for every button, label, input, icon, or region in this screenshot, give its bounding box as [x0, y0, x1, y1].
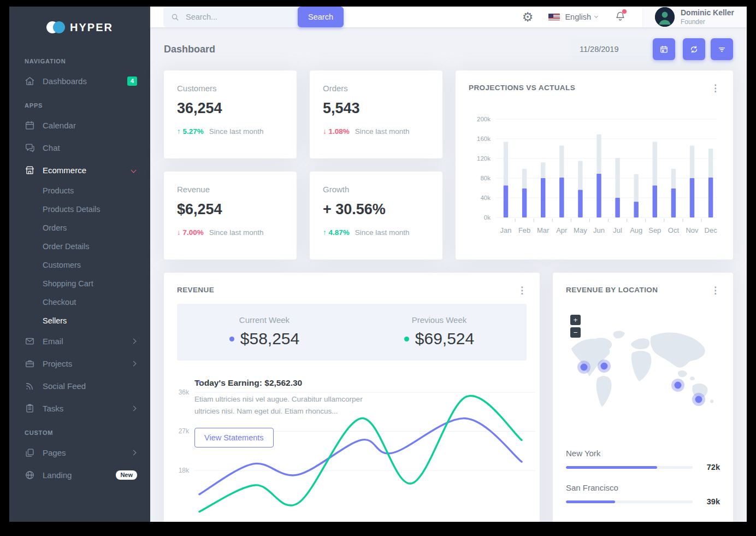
map-marker[interactable] — [581, 364, 588, 371]
page-content: Dashboard — [150, 27, 747, 522]
sidebar-item-label: Email — [43, 337, 132, 346]
card-title: REVENUE BY LOCATION — [566, 286, 720, 294]
revenue-by-location-card: REVENUE BY LOCATION + − — [553, 273, 733, 522]
todays-earning: Today's Earning: $2,562.30 — [194, 378, 375, 388]
stat-delta: 7.00% — [183, 228, 204, 237]
kebab-menu-icon[interactable] — [708, 80, 722, 96]
previous-week-value: $69,524 — [415, 329, 474, 348]
revenue-summary: Current Week $58,254 Previous Week $69,5… — [177, 304, 527, 361]
world-map-svg — [566, 301, 720, 437]
search-input[interactable] — [185, 12, 292, 22]
sidebar-item-landing[interactable]: Landing New — [9, 464, 150, 486]
kebab-menu-icon[interactable] — [708, 282, 722, 298]
stat-card-orders: Orders 5,543 ↓ 1.08%Since last month — [310, 70, 442, 158]
sidebar-subitem-order-details[interactable]: Order Details — [9, 237, 150, 256]
globe-icon — [25, 470, 35, 480]
filter-icon — [717, 45, 727, 54]
card-title: PROJECTIONS VS ACTUALS — [469, 84, 720, 92]
svg-text:Apr: Apr — [556, 226, 568, 234]
sidebar-item-email[interactable]: Email — [9, 330, 150, 352]
svg-text:36k: 36k — [179, 388, 190, 396]
notifications-bell-icon[interactable] — [615, 10, 626, 24]
stat-value: 36,254 — [177, 100, 284, 117]
stat-note: Since last month — [355, 228, 410, 237]
sidebar-item-label: Dashboards — [43, 76, 127, 86]
stat-title: Revenue — [177, 185, 284, 194]
sidebar-subitem-shopping-cart[interactable]: Shopping Cart — [9, 274, 150, 293]
sidebar-item-label: Pages — [43, 448, 132, 457]
dashboards-count-badge: 4 — [127, 76, 137, 86]
city-progress-bar — [566, 466, 693, 469]
city-name: New York — [566, 449, 720, 458]
sidebar-item-social-feed[interactable]: Social Feed — [9, 375, 150, 397]
sidebar-subitem-products[interactable]: Products — [9, 181, 150, 200]
sidebar-item-label: Projects — [43, 359, 132, 368]
date-input[interactable] — [571, 38, 654, 60]
svg-text:Mar: Mar — [537, 226, 550, 234]
user-profile-menu[interactable]: Dominic Keller Founder — [642, 7, 747, 27]
chevron-down-icon — [594, 14, 598, 18]
stat-note: Since last month — [209, 228, 264, 237]
svg-text:Jan: Jan — [500, 226, 512, 234]
sidebar-item-ecommerce[interactable]: Ecommerce — [9, 159, 150, 181]
sidebar: HYPER NAVIGATION Dashboards 4 APPS Calen… — [9, 7, 150, 522]
view-statements-button[interactable]: View Statements — [194, 428, 274, 447]
svg-text:Jul: Jul — [613, 226, 622, 234]
user-role: Founder — [681, 18, 734, 26]
sidebar-nav: NAVIGATION Dashboards 4 APPS Calendar Ch… — [9, 48, 150, 486]
city-row-new-york: New York 72k — [566, 449, 720, 472]
search-icon — [171, 13, 179, 22]
svg-text:200k: 200k — [477, 116, 491, 122]
nav-section-navigation: NAVIGATION — [9, 48, 150, 70]
sidebar-item-projects[interactable]: Projects — [9, 352, 150, 375]
calendar-button[interactable] — [653, 38, 675, 60]
svg-text:Dec: Dec — [705, 226, 718, 234]
map-zoom-in-button[interactable]: + — [570, 315, 581, 325]
svg-text:Feb: Feb — [518, 226, 530, 234]
chevron-right-icon — [131, 339, 137, 344]
sidebar-subitem-checkout[interactable]: Checkout — [9, 293, 150, 311]
app-logo[interactable]: HYPER — [9, 7, 150, 48]
stat-delta: 1.08% — [329, 127, 350, 136]
map-marker[interactable] — [601, 363, 608, 370]
map-zoom-out-button[interactable]: − — [570, 327, 581, 338]
svg-text:Nov: Nov — [686, 226, 699, 234]
sidebar-item-pages[interactable]: Pages — [9, 441, 150, 464]
sidebar-item-dashboards[interactable]: Dashboards 4 — [9, 70, 150, 92]
stat-value: + 30.56% — [323, 201, 429, 218]
stat-note: Since last month — [355, 127, 410, 136]
svg-text:80k: 80k — [480, 175, 491, 181]
settings-gear-icon[interactable]: ⚙ — [522, 11, 534, 23]
chevron-down-icon — [131, 168, 137, 173]
sidebar-subitem-customers[interactable]: Customers — [9, 256, 150, 274]
sidebar-item-tasks[interactable]: Tasks — [9, 397, 150, 420]
sidebar-item-chat[interactable]: Chat — [9, 137, 150, 159]
landing-new-badge: New — [116, 470, 137, 480]
sidebar-item-label: Calendar — [43, 121, 137, 130]
sidebar-subitem-sellers[interactable]: Sellers — [9, 311, 150, 330]
sidebar-subitem-products-details[interactable]: Products Details — [9, 200, 150, 219]
stat-card-customers: Customers 36,254 ↑ 5.27%Since last month — [164, 70, 297, 158]
logo-text: HYPER — [70, 21, 113, 34]
map-marker[interactable] — [695, 396, 702, 403]
stat-value: $6,254 — [177, 201, 284, 218]
stat-card-revenue: Revenue $6,254 ↓ 7.00%Since last month — [164, 172, 297, 260]
arrow-down-icon: ↓ — [323, 127, 327, 136]
pages-icon — [25, 447, 35, 458]
refresh-button[interactable] — [683, 38, 705, 60]
language-selector[interactable]: English — [548, 13, 599, 21]
sidebar-subitem-orders[interactable]: Orders — [9, 219, 150, 237]
arrow-down-icon: ↓ — [177, 228, 181, 237]
map-marker[interactable] — [675, 382, 682, 389]
refresh-icon — [689, 45, 699, 54]
main-area: Search ⚙ English Dominic Keller — [150, 7, 747, 522]
avatar — [655, 7, 675, 27]
sidebar-item-calendar[interactable]: Calendar — [9, 114, 150, 137]
sidebar-item-label: Tasks — [43, 404, 132, 413]
kebab-menu-icon[interactable] — [515, 282, 529, 298]
language-label: English — [565, 13, 591, 21]
calendar-icon — [25, 120, 35, 131]
search-button[interactable]: Search — [298, 7, 344, 27]
sidebar-item-label: Ecommerce — [43, 166, 132, 175]
filter-button[interactable] — [711, 38, 733, 60]
